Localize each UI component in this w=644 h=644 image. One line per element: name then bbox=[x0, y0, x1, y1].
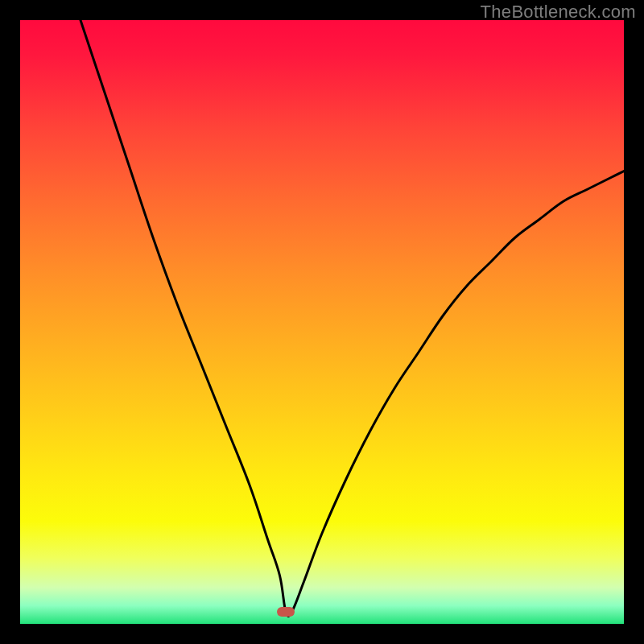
minimum-marker bbox=[277, 607, 295, 617]
watermark-text: TheBottleneck.com bbox=[481, 2, 636, 23]
bottleneck-curve bbox=[20, 20, 624, 624]
chart-frame: TheBottleneck.com bbox=[0, 0, 644, 644]
plot-area bbox=[20, 20, 624, 624]
